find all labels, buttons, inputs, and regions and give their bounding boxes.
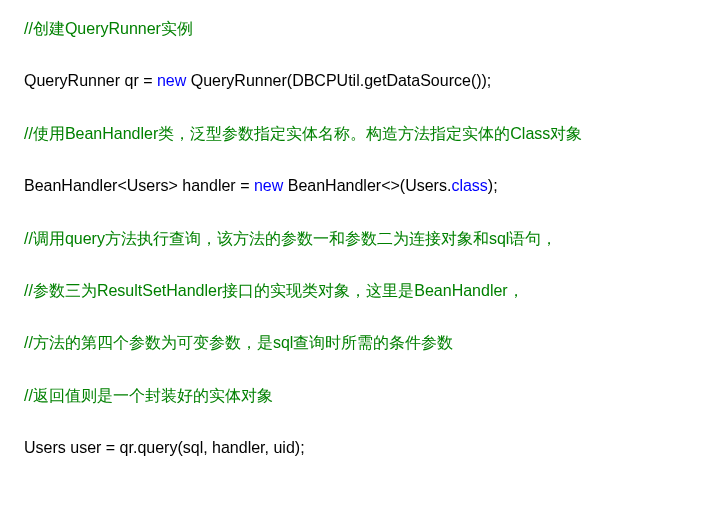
keyword-class: class [451,177,487,194]
comment-text: //方法的第四个参数为可变参数，是sql查询时所需的条件参数 [24,334,453,351]
code-line: BeanHandler<Users> handler = new BeanHan… [24,175,684,197]
comment-text: //参数三为ResultSetHandler接口的实现类对象，这里是BeanHa… [24,282,524,299]
comment-text: //调用query方法执行查询，该方法的参数一和参数二为连接对象和sql语句， [24,230,557,247]
code-text: ); [488,177,498,194]
code-text: BeanHandler<Users> handler = [24,177,254,194]
keyword-new: new [157,72,186,89]
code-snippet: //创建QueryRunner实例 QueryRunner qr = new Q… [0,0,708,460]
code-line: //方法的第四个参数为可变参数，是sql查询时所需的条件参数 [24,332,684,354]
comment-text: //使用BeanHandler类，泛型参数指定实体名称。构造方法指定实体的Cla… [24,125,582,142]
comment-text: //创建QueryRunner实例 [24,20,193,37]
code-line: //返回值则是一个封装好的实体对象 [24,385,684,407]
code-text: QueryRunner qr = [24,72,157,89]
code-line: //创建QueryRunner实例 [24,18,684,40]
code-line: Users user = qr.query(sql, handler, uid)… [24,437,684,459]
code-text: BeanHandler<>(Users. [283,177,451,194]
code-line: //参数三为ResultSetHandler接口的实现类对象，这里是BeanHa… [24,280,684,302]
code-line: QueryRunner qr = new QueryRunner(DBCPUti… [24,70,684,92]
code-text: QueryRunner(DBCPUtil.getDataSource()); [186,72,491,89]
comment-text: //返回值则是一个封装好的实体对象 [24,387,273,404]
code-line: //使用BeanHandler类，泛型参数指定实体名称。构造方法指定实体的Cla… [24,123,684,145]
code-line: //调用query方法执行查询，该方法的参数一和参数二为连接对象和sql语句， [24,228,684,250]
keyword-new: new [254,177,283,194]
code-text: Users user = qr.query(sql, handler, uid)… [24,439,305,456]
